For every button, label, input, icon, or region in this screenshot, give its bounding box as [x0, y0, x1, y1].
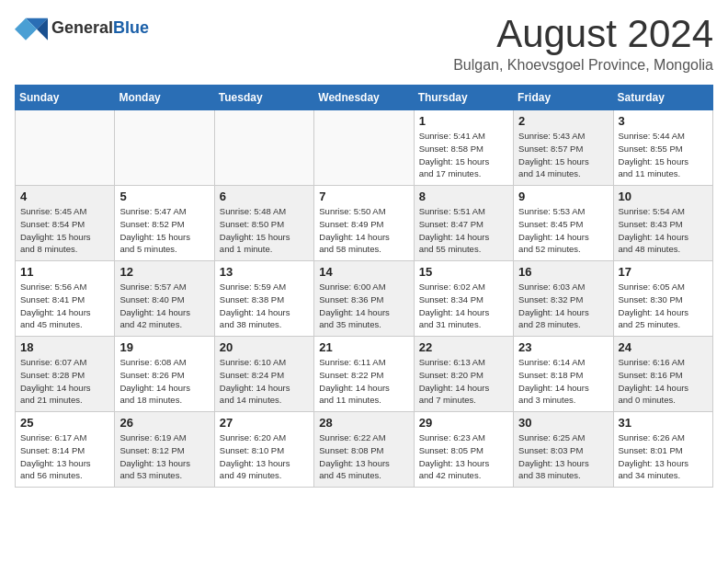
day-number: 6 — [220, 190, 309, 203]
day-number: 9 — [518, 190, 608, 203]
day-info: Sunrise: 6:14 AM Sunset: 8:18 PM Dayligh… — [518, 356, 608, 407]
day-number: 31 — [619, 416, 708, 430]
calendar-day-cell — [115, 110, 214, 186]
logo-text-blue: Blue — [113, 18, 149, 38]
day-number: 12 — [119, 265, 209, 279]
day-number: 19 — [119, 340, 209, 354]
calendar-day-cell: 4Sunrise: 5:45 AM Sunset: 8:54 PM Daylig… — [16, 186, 115, 261]
calendar-day-cell: 8Sunrise: 5:51 AM Sunset: 8:47 PM Daylig… — [414, 186, 513, 261]
day-info: Sunrise: 5:51 AM Sunset: 8:47 PM Dayligh… — [419, 205, 508, 256]
day-number: 10 — [619, 190, 708, 203]
calendar-day-cell: 21Sunrise: 6:11 AM Sunset: 8:22 PM Dayli… — [314, 337, 414, 412]
calendar-day-cell: 3Sunrise: 5:44 AM Sunset: 8:55 PM Daylig… — [613, 110, 712, 186]
calendar-day-cell: 16Sunrise: 6:03 AM Sunset: 8:32 PM Dayli… — [514, 261, 613, 337]
day-info: Sunrise: 6:16 AM Sunset: 8:16 PM Dayligh… — [619, 356, 708, 407]
calendar-day-cell: 23Sunrise: 6:14 AM Sunset: 8:18 PM Dayli… — [514, 337, 613, 412]
day-number: 21 — [319, 340, 408, 354]
calendar-day-cell: 5Sunrise: 5:47 AM Sunset: 8:52 PM Daylig… — [115, 186, 214, 261]
day-info: Sunrise: 5:50 AM Sunset: 8:49 PM Dayligh… — [319, 205, 408, 256]
day-number: 1 — [419, 114, 508, 128]
day-info: Sunrise: 6:26 AM Sunset: 8:01 PM Dayligh… — [619, 431, 708, 482]
day-info: Sunrise: 6:05 AM Sunset: 8:30 PM Dayligh… — [619, 281, 708, 331]
day-info: Sunrise: 6:00 AM Sunset: 8:36 PM Dayligh… — [319, 281, 408, 331]
calendar-day-cell: 15Sunrise: 6:02 AM Sunset: 8:34 PM Dayli… — [414, 261, 513, 337]
day-number: 4 — [20, 190, 109, 203]
day-info: Sunrise: 5:48 AM Sunset: 8:50 PM Dayligh… — [220, 205, 309, 256]
weekday-header-cell: Thursday — [414, 86, 513, 110]
calendar-day-cell: 27Sunrise: 6:20 AM Sunset: 8:10 PM Dayli… — [214, 412, 313, 488]
day-info: Sunrise: 6:20 AM Sunset: 8:10 PM Dayligh… — [220, 431, 309, 482]
calendar-day-cell: 10Sunrise: 5:54 AM Sunset: 8:43 PM Dayli… — [613, 186, 712, 261]
calendar-day-cell: 25Sunrise: 6:17 AM Sunset: 8:14 PM Dayli… — [16, 412, 115, 488]
day-number: 28 — [319, 416, 408, 430]
calendar-day-cell: 2Sunrise: 5:43 AM Sunset: 8:57 PM Daylig… — [514, 110, 613, 186]
calendar-day-cell: 7Sunrise: 5:50 AM Sunset: 8:49 PM Daylig… — [314, 186, 414, 261]
day-info: Sunrise: 5:53 AM Sunset: 8:45 PM Dayligh… — [518, 205, 608, 256]
day-info: Sunrise: 6:07 AM Sunset: 8:28 PM Dayligh… — [20, 356, 109, 407]
calendar-week-row: 4Sunrise: 5:45 AM Sunset: 8:54 PM Daylig… — [16, 186, 713, 261]
day-number: 16 — [518, 265, 608, 279]
calendar-day-cell: 9Sunrise: 5:53 AM Sunset: 8:45 PM Daylig… — [514, 186, 613, 261]
calendar-week-row: 25Sunrise: 6:17 AM Sunset: 8:14 PM Dayli… — [16, 412, 713, 488]
calendar-day-cell: 20Sunrise: 6:10 AM Sunset: 8:24 PM Dayli… — [214, 337, 313, 412]
day-info: Sunrise: 6:17 AM Sunset: 8:14 PM Dayligh… — [20, 431, 109, 482]
day-info: Sunrise: 5:57 AM Sunset: 8:40 PM Dayligh… — [119, 281, 209, 331]
day-number: 8 — [419, 190, 508, 203]
day-info: Sunrise: 5:43 AM Sunset: 8:57 PM Dayligh… — [518, 130, 608, 180]
month-year-title: August 2024 — [453, 15, 713, 53]
day-info: Sunrise: 5:44 AM Sunset: 8:55 PM Dayligh… — [619, 130, 708, 180]
day-info: Sunrise: 6:02 AM Sunset: 8:34 PM Dayligh… — [419, 281, 508, 331]
calendar-week-row: 18Sunrise: 6:07 AM Sunset: 8:28 PM Dayli… — [16, 337, 713, 412]
day-number: 14 — [319, 265, 408, 279]
day-number: 20 — [220, 340, 309, 354]
calendar-day-cell: 11Sunrise: 5:56 AM Sunset: 8:41 PM Dayli… — [16, 261, 115, 337]
calendar-day-cell: 17Sunrise: 6:05 AM Sunset: 8:30 PM Dayli… — [613, 261, 712, 337]
logo-icon — [15, 15, 48, 40]
day-number: 2 — [518, 114, 608, 128]
calendar-day-cell: 6Sunrise: 5:48 AM Sunset: 8:50 PM Daylig… — [214, 186, 313, 261]
day-info: Sunrise: 6:10 AM Sunset: 8:24 PM Dayligh… — [220, 356, 309, 407]
calendar-day-cell: 28Sunrise: 6:22 AM Sunset: 8:08 PM Dayli… — [314, 412, 414, 488]
logo: General Blue — [15, 15, 149, 40]
day-number: 23 — [518, 340, 608, 354]
day-info: Sunrise: 6:23 AM Sunset: 8:05 PM Dayligh… — [419, 431, 508, 482]
day-info: Sunrise: 6:19 AM Sunset: 8:12 PM Dayligh… — [119, 431, 209, 482]
day-number: 17 — [619, 265, 708, 279]
weekday-header-row: SundayMondayTuesdayWednesdayThursdayFrid… — [16, 86, 713, 110]
day-number: 26 — [119, 416, 209, 430]
day-number: 5 — [119, 190, 209, 203]
day-info: Sunrise: 6:11 AM Sunset: 8:22 PM Dayligh… — [319, 356, 408, 407]
calendar-day-cell: 14Sunrise: 6:00 AM Sunset: 8:36 PM Dayli… — [314, 261, 414, 337]
calendar-day-cell: 29Sunrise: 6:23 AM Sunset: 8:05 PM Dayli… — [414, 412, 513, 488]
calendar-day-cell: 24Sunrise: 6:16 AM Sunset: 8:16 PM Dayli… — [613, 337, 712, 412]
calendar-day-cell: 13Sunrise: 5:59 AM Sunset: 8:38 PM Dayli… — [214, 261, 313, 337]
calendar-day-cell: 1Sunrise: 5:41 AM Sunset: 8:58 PM Daylig… — [414, 110, 513, 186]
day-number: 22 — [419, 340, 508, 354]
day-number: 7 — [319, 190, 408, 203]
title-area: August 2024 Bulgan, Khoevsgoel Province,… — [453, 15, 713, 74]
weekday-header-cell: Friday — [514, 86, 613, 110]
logo-text-general: General — [51, 18, 113, 38]
calendar-week-row: 11Sunrise: 5:56 AM Sunset: 8:41 PM Dayli… — [16, 261, 713, 337]
day-info: Sunrise: 6:03 AM Sunset: 8:32 PM Dayligh… — [518, 281, 608, 331]
day-info: Sunrise: 5:47 AM Sunset: 8:52 PM Dayligh… — [119, 205, 209, 256]
day-number: 18 — [20, 340, 109, 354]
day-info: Sunrise: 6:08 AM Sunset: 8:26 PM Dayligh… — [119, 356, 209, 407]
day-info: Sunrise: 5:45 AM Sunset: 8:54 PM Dayligh… — [20, 205, 109, 256]
location-subtitle: Bulgan, Khoevsgoel Province, Mongolia — [453, 57, 713, 74]
calendar-day-cell: 18Sunrise: 6:07 AM Sunset: 8:28 PM Dayli… — [16, 337, 115, 412]
header: General Blue August 2024 Bulgan, Khoevsg… — [15, 15, 713, 74]
day-number: 13 — [220, 265, 309, 279]
weekday-header-cell: Monday — [115, 86, 214, 110]
calendar-day-cell: 19Sunrise: 6:08 AM Sunset: 8:26 PM Dayli… — [115, 337, 214, 412]
calendar-day-cell: 12Sunrise: 5:57 AM Sunset: 8:40 PM Dayli… — [115, 261, 214, 337]
calendar-day-cell — [314, 110, 414, 186]
calendar-body: 1Sunrise: 5:41 AM Sunset: 8:58 PM Daylig… — [16, 110, 713, 488]
calendar-day-cell: 22Sunrise: 6:13 AM Sunset: 8:20 PM Dayli… — [414, 337, 513, 412]
calendar-table: SundayMondayTuesdayWednesdayThursdayFrid… — [15, 85, 713, 488]
weekday-header-cell: Tuesday — [214, 86, 313, 110]
calendar-day-cell: 31Sunrise: 6:26 AM Sunset: 8:01 PM Dayli… — [613, 412, 712, 488]
weekday-header-cell: Wednesday — [314, 86, 414, 110]
day-info: Sunrise: 5:41 AM Sunset: 8:58 PM Dayligh… — [419, 130, 508, 180]
day-info: Sunrise: 5:59 AM Sunset: 8:38 PM Dayligh… — [220, 281, 309, 331]
